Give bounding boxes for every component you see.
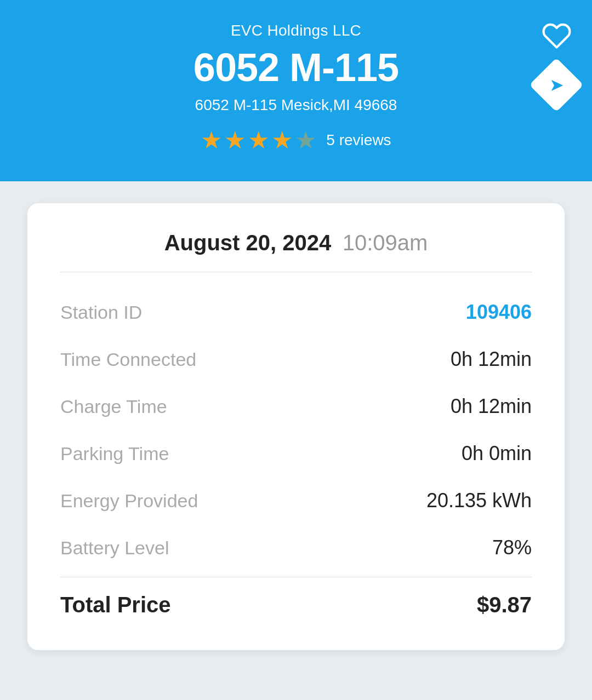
battery-level-label: Battery Level xyxy=(60,537,169,559)
battery-level-row: Battery Level 78% xyxy=(60,524,532,571)
station-id-row: Station ID 109406 xyxy=(60,289,532,336)
session-datetime: August 20, 2024 10:09am xyxy=(60,231,532,272)
energy-provided-value: 20.135 kWh xyxy=(426,489,532,512)
parking-time-row: Parking Time 0h 0min xyxy=(60,430,532,477)
energy-provided-label: Energy Provided xyxy=(60,490,198,512)
review-count[interactable]: 5 reviews xyxy=(326,131,391,149)
star-5: ★ xyxy=(295,126,316,154)
charge-time-row: Charge Time 0h 12min xyxy=(60,383,532,430)
star-3: ★ xyxy=(248,126,269,154)
header: ➤ EVC Holdings LLC 6052 M-115 6052 M-115… xyxy=(0,0,592,181)
info-rows: Station ID 109406 Time Connected 0h 12mi… xyxy=(60,289,532,571)
company-name: EVC Holdings LLC xyxy=(16,22,576,39)
total-price-value: $9.87 xyxy=(477,593,532,617)
total-row: Total Price $9.87 xyxy=(60,577,532,623)
star-2: ★ xyxy=(224,126,246,154)
time-connected-value: 0h 12min xyxy=(451,348,532,371)
station-name: 6052 M-115 xyxy=(16,45,576,90)
energy-provided-row: Energy Provided 20.135 kWh xyxy=(60,477,532,524)
time-connected-row: Time Connected 0h 12min xyxy=(60,336,532,383)
total-price-label: Total Price xyxy=(60,593,171,617)
station-id-value[interactable]: 109406 xyxy=(466,301,532,324)
favorite-button[interactable] xyxy=(537,16,576,55)
time-connected-label: Time Connected xyxy=(60,349,196,370)
battery-level-value: 78% xyxy=(492,536,532,559)
parking-time-value: 0h 0min xyxy=(462,442,532,465)
parking-time-label: Parking Time xyxy=(60,443,169,464)
session-time: 10:09am xyxy=(343,231,428,255)
station-address: 6052 M-115 Mesick,MI 49668 xyxy=(16,96,576,114)
rating-row: ★ ★ ★ ★ ★ 5 reviews xyxy=(16,126,576,154)
directions-arrow-icon: ➤ xyxy=(549,74,564,95)
charge-time-label: Charge Time xyxy=(60,396,167,417)
session-card: August 20, 2024 10:09am Station ID 10940… xyxy=(27,203,565,650)
card-container: August 20, 2024 10:09am Station ID 10940… xyxy=(0,181,592,672)
star-1: ★ xyxy=(201,126,222,154)
session-date: August 20, 2024 xyxy=(164,231,332,255)
charge-time-value: 0h 12min xyxy=(451,395,532,418)
stars: ★ ★ ★ ★ ★ xyxy=(201,126,316,154)
star-4: ★ xyxy=(271,126,293,154)
station-id-label: Station ID xyxy=(60,302,142,323)
